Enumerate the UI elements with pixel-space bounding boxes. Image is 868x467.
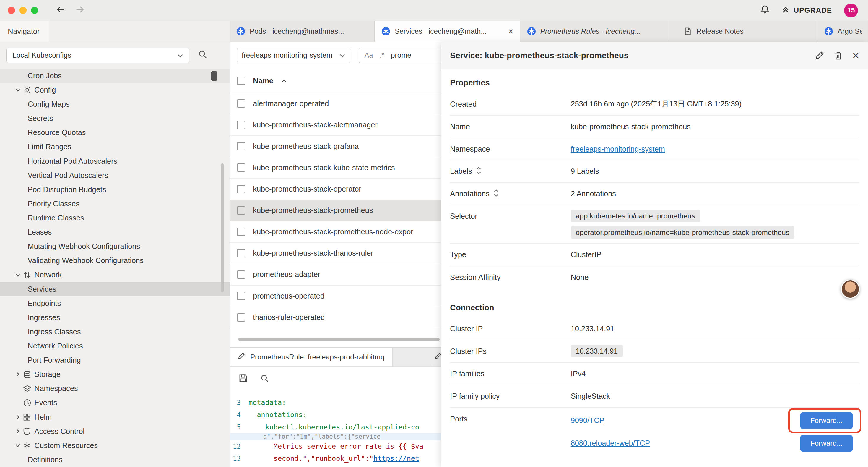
- sidebar-item-network[interactable]: Network: [0, 268, 230, 282]
- services-table: alertmanager-operatedkube-prometheus-sta…: [230, 93, 441, 328]
- table-row[interactable]: alertmanager-operated: [230, 93, 441, 114]
- forward-button[interactable]: [75, 5, 85, 16]
- port-link[interactable]: 8080:reloader-web/TCP: [571, 439, 650, 447]
- tab-release-notes[interactable]: Release Notes: [667, 21, 818, 42]
- table-row[interactable]: kube-prometheus-stack-alertmanager: [230, 114, 441, 136]
- sidebar-item-validating-webhook-configurations[interactable]: Validating Webhook Configurations: [0, 254, 230, 268]
- back-button[interactable]: [56, 5, 66, 16]
- row-checkbox[interactable]: [237, 313, 245, 322]
- sidebar-item-config-maps[interactable]: Config Maps: [0, 97, 230, 111]
- close-window-button[interactable]: [8, 7, 15, 14]
- user-avatar[interactable]: [841, 280, 860, 298]
- kubeconfig-select[interactable]: Local Kubeconfigs: [6, 48, 189, 63]
- table-row[interactable]: kube-prometheus-stack-grafana: [230, 136, 441, 157]
- row-checkbox[interactable]: [237, 249, 245, 258]
- sidebar-item-secrets[interactable]: Secrets: [0, 111, 230, 126]
- notifications-bell-icon[interactable]: [761, 5, 769, 16]
- select-all-checkbox[interactable]: [237, 77, 245, 85]
- table-row[interactable]: kube-prometheus-stack-prometheus: [230, 200, 441, 221]
- row-checkbox[interactable]: [237, 185, 245, 193]
- sidebar-item-vertical-pod-autoscalers[interactable]: Vertical Pod Autoscalers: [0, 168, 230, 182]
- table-row[interactable]: thanos-ruler-operated: [230, 307, 441, 328]
- table-row[interactable]: prometheus-adapter: [230, 264, 441, 285]
- trash-icon[interactable]: [834, 51, 842, 60]
- sidebar-item-limit-ranges[interactable]: Limit Ranges: [0, 140, 230, 154]
- sidebar-item-label: Limit Ranges: [28, 143, 71, 151]
- row-checkbox[interactable]: [237, 142, 245, 150]
- sidebar-item-cron-jobs[interactable]: Cron Jobs: [0, 68, 230, 83]
- search-input[interactable]: prome: [391, 51, 411, 59]
- tab-label: Pods - icecheng@mathmas...: [250, 27, 369, 35]
- regex-toggle[interactable]: .*: [380, 52, 384, 59]
- row-checkbox[interactable]: [237, 228, 245, 236]
- sidebar-item-network-policies[interactable]: Network Policies: [0, 339, 230, 353]
- sidebar-item-resource-quotas[interactable]: Resource Quotas: [0, 126, 230, 140]
- notification-count-badge[interactable]: 15: [844, 4, 858, 18]
- tab-pods-icecheng-mathmas[interactable]: Pods - icecheng@mathmas...: [230, 21, 375, 42]
- close-icon[interactable]: ×: [852, 50, 859, 61]
- horizontal-scrollbar-thumb[interactable]: [238, 338, 440, 341]
- namespace-link[interactable]: freeleaps-monitoring-system: [571, 145, 665, 153]
- sidebar-item-runtime-classes[interactable]: Runtime Classes: [0, 211, 230, 225]
- sidebar-item-ingresses[interactable]: Ingresses: [0, 310, 230, 324]
- row-checkbox[interactable]: [237, 270, 245, 279]
- main-content: Local Kubeconfigs Cron JobsConfigConfig …: [0, 42, 868, 467]
- upgrade-button[interactable]: UPGRADE: [781, 5, 832, 16]
- maximize-window-button[interactable]: [31, 7, 38, 14]
- sidebar-item-events[interactable]: Events: [0, 396, 230, 410]
- edit-pencil-icon[interactable]: [815, 51, 824, 60]
- row-label: Ports: [450, 408, 570, 423]
- save-icon[interactable]: [239, 374, 248, 385]
- sidebar-item-horizontal-pod-autoscalers[interactable]: Horizontal Pod Autoscalers: [0, 154, 230, 168]
- editor-search-icon[interactable]: [260, 374, 269, 384]
- sidebar-scrollbar-thumb-dark[interactable]: [211, 71, 217, 81]
- sidebar-item-endpoints[interactable]: Endpoints: [0, 296, 230, 310]
- row-checkbox[interactable]: [237, 121, 245, 129]
- match-case-toggle[interactable]: Aa: [365, 52, 373, 59]
- sidebar-item-ingress-classes[interactable]: Ingress Classes: [0, 324, 230, 339]
- helm-icon: [23, 413, 34, 420]
- tab-prometheus-rules-icecheng[interactable]: Prometheus Rules - icecheng...: [520, 21, 667, 42]
- dock-tab-prometheusrule[interactable]: PrometheusRule: freeleaps-prod-rabbitmq: [230, 348, 393, 367]
- table-row[interactable]: kube-prometheus-stack-operator: [230, 178, 441, 200]
- sort-ascending-icon[interactable]: [281, 77, 287, 85]
- sidebar-item-pod-disruption-budgets[interactable]: Pod Disruption Budgets: [0, 182, 230, 197]
- row-checkbox[interactable]: [237, 206, 245, 214]
- sidebar-item-helm[interactable]: Helm: [0, 410, 230, 424]
- sidebar-item-storage[interactable]: Storage: [0, 368, 230, 382]
- sidebar-scrollbar-thumb[interactable]: [221, 164, 224, 293]
- port-link[interactable]: 9090/TCP: [571, 416, 604, 425]
- table-row[interactable]: kube-prometheus-stack-thanos-ruler: [230, 243, 441, 264]
- sidebar-item-mutating-webhook-configurations[interactable]: Mutating Webhook Configurations: [0, 239, 230, 254]
- sidebar-item-custom-resources[interactable]: Custom Resources: [0, 438, 230, 453]
- table-search-box[interactable]: Aa .* prome: [359, 48, 441, 63]
- row-checkbox[interactable]: [237, 164, 245, 172]
- row-checkbox[interactable]: [237, 292, 245, 300]
- sidebar-item-access-control[interactable]: Access Control: [0, 424, 230, 438]
- minimize-window-button[interactable]: [20, 7, 27, 14]
- name-column-header[interactable]: Name: [253, 77, 273, 85]
- sidebar-item-priority-classes[interactable]: Priority Classes: [0, 197, 230, 211]
- sidebar-item-definitions[interactable]: Definitions: [0, 453, 230, 467]
- row-checkbox[interactable]: [237, 99, 245, 108]
- close-tab-icon[interactable]: ×: [507, 27, 515, 36]
- table-row[interactable]: kube-prometheus-stack-kube-state-metrics: [230, 157, 441, 178]
- table-row[interactable]: prometheus-operated: [230, 286, 441, 307]
- sidebar-search-icon[interactable]: [198, 50, 207, 61]
- yaml-editor[interactable]: 3metadata:4 annotations:5 kubectl.kubern…: [230, 392, 441, 467]
- sort-toggle-icon[interactable]: [493, 189, 499, 198]
- sidebar-item-services[interactable]: Services: [0, 282, 230, 296]
- tab-services-icecheng-math[interactable]: Services - icecheng@math...×: [375, 21, 520, 42]
- sidebar-item-leases[interactable]: Leases: [0, 225, 230, 239]
- forward-button[interactable]: Forward...: [800, 435, 852, 451]
- forward-button[interactable]: Forward...: [800, 412, 852, 429]
- dock-tab-partial[interactable]: [430, 348, 441, 367]
- sidebar-item-port-forwarding[interactable]: Port Forwarding: [0, 353, 230, 368]
- service-name: kube-prometheus-stack-kube-state-metrics: [253, 164, 395, 172]
- sidebar-item-namespaces[interactable]: Namespaces: [0, 382, 230, 396]
- namespace-select[interactable]: freeleaps-monitoring-system: [237, 48, 350, 63]
- table-row[interactable]: kube-prometheus-stack-prometheus-node-ex…: [230, 222, 441, 243]
- tab-argo-se[interactable]: Argo Se: [817, 21, 868, 42]
- sidebar-item-config[interactable]: Config: [0, 83, 230, 97]
- sort-toggle-icon[interactable]: [476, 167, 482, 176]
